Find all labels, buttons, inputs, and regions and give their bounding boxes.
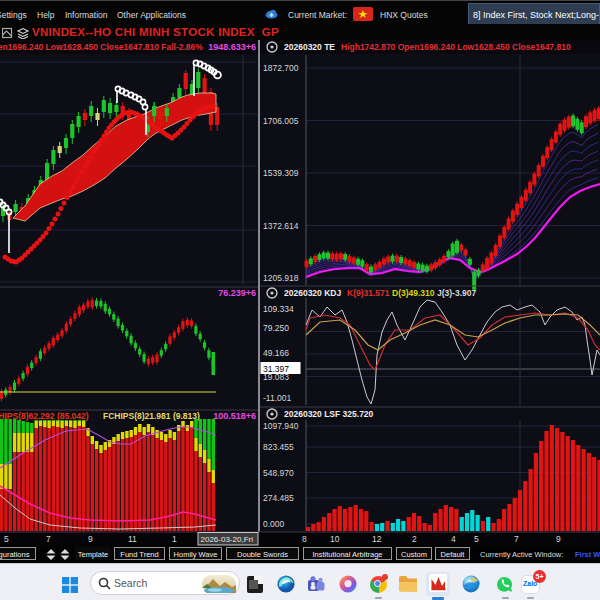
svg-text:31.397: 31.397 (263, 364, 289, 374)
svg-text:11: 11 (128, 534, 137, 544)
svg-text:1: 1 (172, 534, 177, 544)
svg-text:20260320 KDJ: 20260320 KDJ (284, 288, 341, 298)
svg-text:K(9)31.571: K(9)31.571 (347, 288, 390, 298)
svg-text:1539.309: 1539.309 (263, 168, 299, 178)
svg-text:5: 5 (4, 534, 9, 544)
svg-text:J(3)-3.907: J(3)-3.907 (437, 288, 476, 298)
svg-text:12: 12 (372, 534, 382, 544)
svg-text:1205.918: 1205.918 (263, 273, 299, 283)
svg-text:823.455: 823.455 (263, 442, 294, 452)
svg-text:2026-03-20,Fri: 2026-03-20,Fri (201, 535, 254, 544)
svg-text:109.334: 109.334 (263, 304, 294, 314)
svg-text:274.485: 274.485 (263, 493, 294, 503)
svg-text:High1742.870 Open1696.240 Low1: High1742.870 Open1696.240 Low1628.450 Cl… (341, 42, 571, 52)
svg-text:79.250: 79.250 (263, 323, 289, 333)
svg-text:D(3)49.310: D(3)49.310 (392, 288, 435, 298)
svg-text:1706.005: 1706.005 (263, 116, 299, 126)
svg-text:Open1696.240 Low1628.450 Close: Open1696.240 Low1628.450 Close1647.810 F… (0, 42, 203, 52)
svg-text:20260320 TE: 20260320 TE (284, 42, 335, 52)
svg-text:548.970: 548.970 (263, 468, 294, 478)
svg-text:76.239+6: 76.239+6 (218, 288, 256, 298)
svg-text:9: 9 (556, 534, 561, 544)
svg-text:100.518+6: 100.518+6 (213, 411, 256, 421)
svg-text:5: 5 (474, 534, 479, 544)
svg-text:10: 10 (330, 534, 340, 544)
svg-text:FCHIPS(8)21.981 (9.813): FCHIPS(8)21.981 (9.813) (103, 411, 200, 421)
svg-text:9: 9 (88, 534, 93, 544)
svg-text:1372.614: 1372.614 (263, 221, 299, 231)
svg-text:1097.940: 1097.940 (263, 421, 299, 431)
svg-text:8: 8 (302, 534, 307, 544)
svg-text:1948.633+6: 1948.633+6 (208, 42, 256, 52)
svg-text:20260320 LSF 325.720: 20260320 LSF 325.720 (284, 409, 374, 419)
svg-text:7: 7 (46, 534, 51, 544)
svg-text:-11.001: -11.001 (263, 393, 291, 403)
svg-text:0.000: 0.000 (263, 519, 285, 529)
svg-text:1872.700: 1872.700 (263, 63, 299, 73)
svg-text:2: 2 (412, 534, 417, 544)
svg-text:7: 7 (514, 534, 519, 544)
svg-text:4: 4 (451, 534, 456, 544)
svg-text:49.166: 49.166 (263, 348, 289, 358)
